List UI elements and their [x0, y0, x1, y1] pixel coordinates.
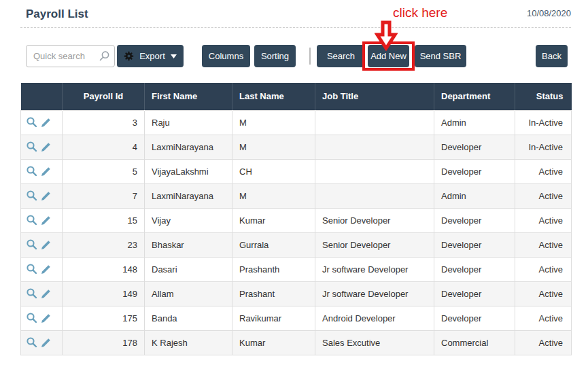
row-actions-cell	[21, 159, 63, 183]
table-row: 4 LaxmiNarayana M Developer In-Active	[21, 135, 572, 159]
edit-row-button[interactable]	[40, 117, 52, 128]
view-row-button[interactable]	[26, 190, 38, 202]
job-title-cell	[315, 159, 434, 183]
table-row: 7 LaxmiNarayana M Admin Active	[21, 183, 572, 208]
edit-row-button[interactable]	[40, 166, 52, 177]
view-row-button[interactable]	[26, 287, 38, 300]
status-cell: Active	[515, 232, 572, 257]
row-actions-cell	[21, 330, 63, 355]
pencil-icon	[40, 190, 52, 202]
magnifier-icon	[26, 312, 38, 324]
magnifier-icon	[26, 263, 38, 275]
date-label: 10/08/2020	[527, 8, 571, 18]
row-actions-cell	[21, 110, 63, 135]
view-row-button[interactable]	[26, 239, 38, 251]
view-row-button[interactable]	[26, 165, 38, 177]
edit-row-button[interactable]	[40, 190, 52, 202]
export-button[interactable]: Export	[117, 45, 184, 67]
status-cell: Active	[515, 257, 572, 281]
first-name-cell: Raju	[145, 110, 232, 135]
magnifier-icon	[26, 287, 38, 300]
last-name-cell: Ravikumar	[232, 306, 315, 330]
search-button[interactable]: Search	[317, 45, 365, 67]
department-cell: Developer	[434, 281, 515, 306]
payroll-id-cell: 5	[63, 159, 145, 183]
export-label: Export	[139, 51, 165, 61]
first-name-cell: Allam	[145, 281, 232, 306]
chevron-down-icon	[171, 54, 177, 58]
page-title: Payroll List	[26, 7, 88, 21]
table-row: 175 Banda Ravikumar Android Developer De…	[21, 306, 572, 330]
table-row: 149 Allam Prashant Jr software Developer…	[21, 281, 572, 306]
first-name-cell: K Rajesh	[145, 330, 232, 355]
status-cell: Active	[515, 306, 572, 330]
send-sbr-button[interactable]: Send SBR	[415, 45, 466, 67]
first-name-cell: Dasari	[145, 257, 232, 281]
column-header-status: Status	[515, 83, 572, 110]
magnifier-icon	[26, 239, 38, 251]
department-cell: Developer	[434, 257, 515, 281]
job-title-cell: Jr software Developer	[315, 257, 434, 281]
status-cell: In-Active	[515, 135, 572, 159]
status-cell: Active	[515, 208, 572, 232]
job-title-cell: Jr software Developer	[315, 281, 434, 306]
first-name-cell: LaxmiNarayana	[145, 135, 232, 159]
department-cell: Developer	[434, 232, 515, 257]
magnifier-icon	[26, 116, 38, 128]
view-row-button[interactable]	[26, 214, 38, 226]
edit-row-button[interactable]	[40, 288, 52, 300]
column-header-last-name: Last Name	[232, 83, 315, 110]
job-title-cell: Sales Excutive	[315, 330, 434, 355]
edit-row-button[interactable]	[40, 264, 52, 275]
table-row: 3 Raju M Admin In-Active	[21, 110, 572, 135]
edit-row-button[interactable]	[40, 337, 52, 349]
job-title-cell: Android Developer	[315, 306, 434, 330]
column-header-actions	[21, 83, 63, 110]
magnifier-icon	[26, 190, 38, 202]
row-actions-cell	[21, 135, 63, 159]
status-cell: Active	[515, 281, 572, 306]
view-row-button[interactable]	[26, 312, 38, 324]
first-name-cell: Bhaskar	[145, 232, 232, 257]
pencil-icon	[40, 141, 52, 153]
status-cell: Active	[515, 159, 572, 183]
pencil-icon	[40, 288, 52, 300]
table-row: 178 K Rajesh Kumar Sales Excutive Commer…	[21, 330, 572, 355]
table-header: Payroll Id First Name Last Name Job Titl…	[21, 83, 572, 110]
column-header-first-name: First Name	[145, 83, 232, 110]
column-header-department: Department	[434, 83, 515, 110]
edit-row-button[interactable]	[40, 313, 52, 324]
magnifier-icon	[26, 141, 38, 153]
magnifier-icon	[26, 336, 38, 349]
back-button[interactable]: Back	[536, 45, 568, 67]
payroll-table: Payroll Id First Name Last Name Job Titl…	[20, 83, 572, 355]
gear-icon	[124, 51, 134, 61]
table-body: 3 Raju M Admin In-Active	[21, 110, 572, 355]
last-name-cell: Kumar	[232, 330, 315, 355]
table-row: 23 Bhaskar Gurrala Senior Developer Deve…	[21, 232, 572, 257]
quick-search	[26, 45, 115, 67]
edit-row-button[interactable]	[40, 215, 52, 226]
edit-row-button[interactable]	[40, 141, 52, 153]
edit-row-button[interactable]	[40, 239, 52, 251]
view-row-button[interactable]	[26, 263, 38, 275]
view-row-button[interactable]	[26, 141, 38, 153]
row-actions-cell	[21, 183, 63, 208]
first-name-cell: VijayaLakshmi	[145, 159, 232, 183]
last-name-cell: CH	[232, 159, 315, 183]
pencil-icon	[40, 264, 52, 275]
last-name-cell: M	[232, 135, 315, 159]
payroll-id-cell: 148	[63, 257, 145, 281]
job-title-cell	[315, 110, 434, 135]
last-name-cell: Gurrala	[232, 232, 315, 257]
sorting-button[interactable]: Sorting	[254, 45, 296, 67]
job-title-cell: Senior Developer	[315, 208, 434, 232]
last-name-cell: Prashanth	[232, 257, 315, 281]
view-row-button[interactable]	[26, 116, 38, 128]
department-cell: Admin	[434, 183, 515, 208]
view-row-button[interactable]	[26, 336, 38, 349]
department-cell: Admin	[434, 110, 515, 135]
last-name-cell: Prashant	[232, 281, 315, 306]
columns-button[interactable]: Columns	[202, 45, 250, 67]
pencil-icon	[40, 337, 52, 349]
